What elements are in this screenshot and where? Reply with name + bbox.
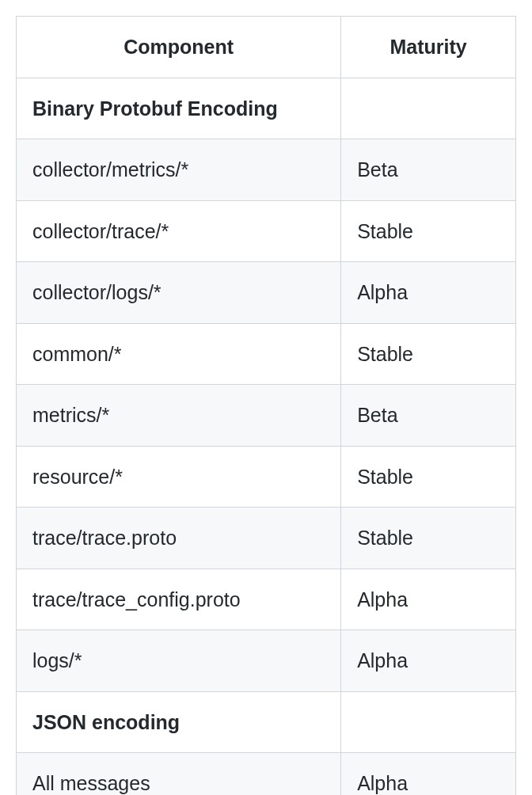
- cell-component: collector/metrics/*: [17, 139, 341, 201]
- table-row: resource/*Stable: [17, 446, 516, 508]
- table-row: JSON encoding: [17, 691, 516, 753]
- cell-component: resource/*: [17, 446, 341, 508]
- table-body: Binary Protobuf Encodingcollector/metric…: [17, 78, 516, 795]
- cell-component: common/*: [17, 323, 341, 385]
- cell-component: metrics/*: [17, 385, 341, 447]
- table-row: trace/trace.protoStable: [17, 508, 516, 569]
- cell-component: trace/trace_config.proto: [17, 569, 341, 630]
- cell-maturity: Alpha: [341, 630, 516, 692]
- header-row: Component Maturity: [17, 17, 516, 78]
- cell-maturity: Alpha: [341, 569, 516, 630]
- cell-component: trace/trace.proto: [17, 508, 341, 569]
- cell-maturity: Alpha: [341, 262, 516, 324]
- cell-maturity: Stable: [341, 323, 516, 385]
- cell-maturity: Stable: [341, 200, 516, 262]
- cell-component: collector/logs/*: [17, 262, 341, 324]
- cell-maturity: Alpha: [341, 753, 516, 796]
- cell-maturity: [341, 691, 516, 753]
- table-row: metrics/*Beta: [17, 385, 516, 447]
- table-row: common/*Stable: [17, 323, 516, 385]
- table-row: collector/metrics/*Beta: [17, 139, 516, 201]
- table-row: logs/*Alpha: [17, 630, 516, 692]
- cell-component: logs/*: [17, 630, 341, 692]
- cell-component: Binary Protobuf Encoding: [17, 78, 341, 139]
- table-row: Binary Protobuf Encoding: [17, 78, 516, 139]
- cell-maturity: [341, 78, 516, 139]
- cell-component: collector/trace/*: [17, 200, 341, 262]
- cell-maturity: Beta: [341, 139, 516, 201]
- table-row: trace/trace_config.protoAlpha: [17, 569, 516, 630]
- table-row: All messagesAlpha: [17, 753, 516, 796]
- cell-maturity: Stable: [341, 446, 516, 508]
- maturity-table: Component Maturity Binary Protobuf Encod…: [16, 16, 516, 795]
- cell-maturity: Stable: [341, 508, 516, 569]
- table-row: collector/logs/*Alpha: [17, 262, 516, 324]
- table-row: collector/trace/*Stable: [17, 200, 516, 262]
- cell-component: JSON encoding: [17, 691, 341, 753]
- header-maturity: Maturity: [341, 17, 516, 78]
- cell-component: All messages: [17, 753, 341, 796]
- header-component: Component: [17, 17, 341, 78]
- cell-maturity: Beta: [341, 385, 516, 447]
